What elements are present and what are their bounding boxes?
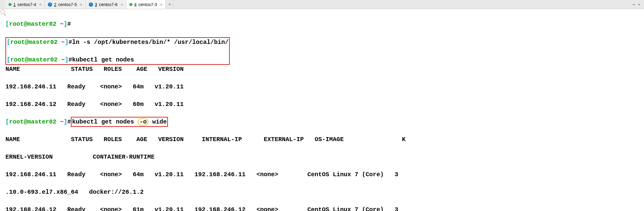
- tab-label: centos7-5: [58, 2, 77, 7]
- prompt-bracket: ]: [64, 21, 67, 28]
- terminal-output[interactable]: [root@master02 ~]# [root@master02 ~]#ln …: [0, 9, 644, 211]
- prompt-hash: #: [67, 21, 71, 28]
- command-get-nodes-wide-a: kubectl get nodes: [72, 118, 138, 125]
- prompt-path: ~: [60, 21, 64, 28]
- tab-label: centos7-4: [18, 2, 36, 7]
- close-icon[interactable]: ×: [80, 2, 82, 7]
- command-ln: ln -s /opt/kubernetes/bin/* /usr/local/b…: [72, 39, 229, 46]
- tab-centos7-4[interactable]: 1 centos7-4 ×: [5, 0, 45, 9]
- new-tab-button[interactable]: +: [166, 0, 174, 9]
- nodes-header: NAME STATUS ROLES AGE VERSION: [5, 65, 643, 74]
- close-icon[interactable]: ×: [160, 2, 162, 7]
- command-get-nodes-wide-b: wide: [148, 118, 167, 125]
- close-icon[interactable]: ×: [39, 2, 42, 7]
- tab-number: 4: [134, 2, 137, 7]
- tab-centos7-6[interactable]: ! 3 centos7-6 ×: [86, 0, 126, 9]
- chevron-right-icon[interactable]: ►: [637, 2, 642, 7]
- command-get-nodes: kubectl get nodes: [72, 56, 134, 63]
- table-row: .10.0-693.el7.x86_64 docker://26.1.2: [5, 188, 643, 196]
- tab-bar: 1 centos7-4 × ! 2 centos7-5 × ! 3 centos…: [0, 0, 644, 9]
- info-icon: !: [48, 2, 52, 7]
- prompt-user: root@master02: [9, 21, 56, 28]
- table-row: 192.168.246.11 Ready <none> 64m v1.20.11…: [5, 170, 643, 179]
- tab-number: 2: [54, 2, 56, 7]
- tab-number: 3: [95, 2, 97, 7]
- tab-centos7-5[interactable]: ! 2 centos7-5 ×: [45, 0, 85, 9]
- tab-label: centos7-3: [138, 2, 157, 7]
- close-icon[interactable]: ×: [121, 2, 123, 7]
- highlighted-command-box: kubectl get nodes -o wide: [71, 117, 168, 127]
- table-row: 192.168.246.12 Ready <none> 61m v1.20.11…: [5, 205, 643, 211]
- tab-centos7-3[interactable]: 4 centos7-3 ×: [126, 0, 166, 9]
- circled-flag: -o: [138, 118, 148, 126]
- chevron-left-icon[interactable]: ◄: [631, 2, 636, 7]
- prompt-space: [56, 21, 60, 28]
- table-row: 192.168.246.12 Ready <none> 60m v1.20.11: [5, 100, 643, 109]
- tab-number: 1: [13, 2, 16, 7]
- table-row: 192.168.246.11 Ready <none> 64m v1.20.11: [5, 82, 643, 91]
- status-dot-icon: [8, 3, 12, 6]
- wide-header-line2: ERNEL-VERSION CONTAINER-RUNTIME: [5, 153, 643, 161]
- highlighted-commands-box: [root@master02 ~]#ln -s /opt/kubernetes/…: [5, 37, 230, 65]
- tab-label: centos7-6: [99, 2, 117, 7]
- prompt-bracket: [: [5, 21, 9, 28]
- tab-nav-arrows: ◄ ►: [631, 2, 644, 7]
- wide-header-line1: NAME STATUS ROLES AGE VERSION INTERNAL-I…: [5, 135, 643, 144]
- status-dot-icon: [129, 3, 132, 6]
- info-icon: !: [89, 2, 93, 7]
